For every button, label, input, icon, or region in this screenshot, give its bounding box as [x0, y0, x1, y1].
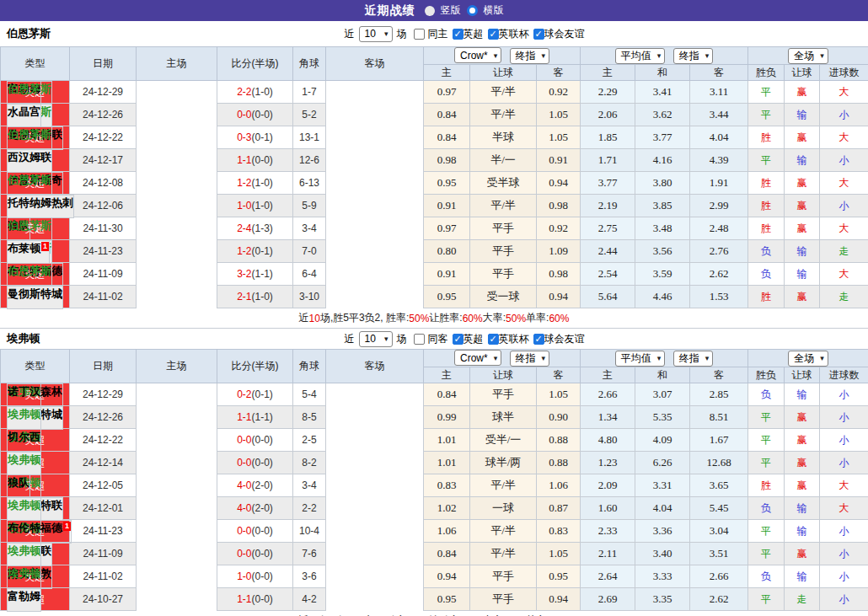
cell-avg-draw: 3.56 — [635, 240, 690, 263]
same-side-checkbox[interactable] — [414, 29, 425, 40]
cell-date: 24-11-02 — [70, 286, 137, 308]
cell-odds-home: 0.80 — [424, 240, 470, 263]
same-side-label[interactable]: 同主 — [428, 27, 448, 41]
cell-corner: 6-13 — [293, 172, 326, 195]
full-time-score: 0-0 — [237, 434, 251, 446]
match-row: 英超24-11-09布伦特福德3-2(1-1)6-4伯恩茅斯0.91平手0.98… — [1, 263, 868, 286]
cell-avg-draw: 3.33 — [635, 565, 690, 588]
final-odds-select-2[interactable]: 终指▾ — [673, 351, 714, 367]
col-header-type: 类型 — [1, 350, 70, 383]
same-side-label[interactable]: 同客 — [428, 332, 448, 346]
away-team-name: 西汉姆联 — [8, 151, 51, 163]
cell-date: 24-12-26 — [70, 104, 137, 126]
league-checkbox-friendly[interactable] — [533, 29, 544, 40]
half-time-score: (0-1) — [252, 131, 273, 143]
chevron-down-icon: ▾ — [384, 335, 388, 343]
cell-odds-home: 0.98 — [424, 149, 470, 172]
col-header-away: 客场 — [326, 47, 424, 81]
match-row: 英超24-12-26伯恩茅斯0-0(0-0)5-2水晶宫0.84平/半1.052… — [1, 104, 868, 126]
match-count-select[interactable]: 10▾ — [359, 26, 393, 42]
league-checkbox-friendly[interactable] — [533, 334, 544, 345]
odds-source-select[interactable]: Crow*▾ — [454, 47, 501, 63]
team-name: 埃弗顿 — [7, 331, 40, 346]
league-checkbox-epl[interactable] — [453, 334, 463, 345]
match-row: 英超24-12-22曼彻斯特联0-3(0-1)13-1伯恩茅斯0.84半球1.0… — [1, 126, 868, 149]
cell-odds-handicap: 半/一 — [470, 149, 537, 172]
cell-odds-home: 0.84 — [424, 104, 470, 126]
cell-score: 2-2(1-0) — [217, 81, 293, 104]
cell-avg-away: 2.85 — [690, 383, 748, 406]
league-label-efl-cup[interactable]: 英联杯 — [499, 332, 529, 346]
full-time-select[interactable]: 全场▾ — [788, 48, 828, 64]
half-time-score: (0-1) — [252, 388, 273, 400]
cell-avg-home: 3.77 — [581, 172, 635, 195]
same-side-checkbox[interactable] — [414, 334, 425, 345]
vertical-layout-radio[interactable] — [425, 6, 435, 16]
cell-date: 24-11-30 — [70, 217, 137, 240]
cell-avg-away: 2.62 — [690, 588, 748, 611]
full-time-select[interactable]: 全场▾ — [788, 351, 828, 367]
page-title: 近期战绩 — [365, 3, 415, 19]
league-label-friendly[interactable]: 球会友谊 — [544, 27, 585, 41]
cell-result: 负 — [748, 497, 785, 520]
full-time-score: 1-2 — [237, 245, 251, 257]
cell-corner: 3-6 — [293, 565, 326, 588]
cell-odds-home: 0.91 — [424, 263, 470, 286]
cell-score: 4-0(2-0) — [217, 497, 293, 520]
away-team-name: 布莱顿 — [8, 242, 40, 254]
cell-goal-result: 大 — [820, 497, 868, 520]
cell-handicap-result: 走 — [785, 588, 820, 611]
cell-odds-away: 1.05 — [537, 126, 581, 149]
cell-handicap-result: 输 — [785, 520, 820, 543]
half-time-score: (1-3) — [252, 222, 273, 234]
cell-goal-result: 小 — [820, 195, 868, 217]
full-time-score: 1-0 — [237, 200, 251, 212]
col-header-corner: 角球 — [293, 350, 326, 383]
league-label-efl-cup[interactable]: 英联杯 — [499, 27, 529, 41]
cell-away-team: 伯恩茅斯 — [7, 126, 52, 150]
near-label: 近 — [345, 332, 355, 346]
average-select[interactable]: 平均值▾ — [615, 48, 666, 64]
final-odds-select[interactable]: 终指▾ — [510, 351, 550, 367]
cell-corner: 7-6 — [293, 543, 326, 565]
cell-handicap-result: 输 — [785, 104, 820, 126]
horizontal-layout-radio[interactable] — [467, 5, 478, 16]
league-checkbox-efl-cup[interactable] — [488, 29, 499, 40]
average-select[interactable]: 平均值▾ — [615, 351, 666, 367]
cell-odds-away: 0.98 — [537, 263, 581, 286]
cell-odds-handicap: 平/半 — [470, 520, 537, 543]
horizontal-layout-label[interactable]: 横版 — [484, 3, 504, 18]
match-row: 英超24-12-22埃弗顿0-0(0-0)2-5切尔西1.01受半/一0.884… — [1, 429, 868, 452]
cell-score: 2-1(1-0) — [217, 286, 293, 308]
col-header-odds-home: 主 — [424, 65, 470, 81]
cell-score: 1-2(0-1) — [217, 240, 293, 263]
cell-date: 24-12-01 — [70, 497, 137, 520]
league-checkbox-epl[interactable] — [453, 29, 463, 40]
match-row: 英超24-11-09西汉姆联0-0(0-0)7-6埃弗顿0.84平/半1.052… — [1, 543, 868, 565]
league-label-friendly[interactable]: 球会友谊 — [544, 332, 585, 346]
odds-source-select[interactable]: Crow*▾ — [454, 350, 501, 366]
odds-group-header: Crow*▾ 终指▾ — [424, 350, 581, 367]
cell-avg-draw: 3.59 — [635, 263, 690, 286]
league-label-epl[interactable]: 英超 — [463, 27, 484, 41]
half-time-score: (0-0) — [252, 457, 273, 469]
half-time-score: (0-0) — [252, 154, 273, 166]
league-label-epl[interactable]: 英超 — [463, 332, 484, 346]
vertical-layout-label[interactable]: 竖版 — [441, 3, 461, 18]
cell-away-team: 托特纳姆热刺 — [7, 195, 74, 218]
league-checkbox-efl-cup[interactable] — [488, 334, 499, 345]
cell-avg-home: 2.11 — [581, 543, 635, 565]
away-team-name: 埃弗顿 — [8, 408, 40, 420]
cell-away-team: 埃弗顿 — [7, 565, 41, 589]
match-count-select[interactable]: 10▾ — [359, 331, 393, 347]
cell-odds-handicap: 平/半 — [470, 195, 537, 217]
cell-result: 胜 — [748, 474, 785, 497]
chevron-down-icon: ▾ — [820, 51, 824, 60]
col-header-away: 客场 — [326, 350, 424, 383]
cell-corner: 7-0 — [293, 240, 326, 263]
final-odds-select-2[interactable]: 终指▾ — [673, 48, 714, 64]
final-odds-select[interactable]: 终指▾ — [510, 48, 550, 64]
half-time-score: (2-0) — [252, 479, 273, 491]
cell-away-team: 切尔西 — [7, 429, 41, 453]
cell-odds-home: 0.83 — [424, 474, 470, 497]
